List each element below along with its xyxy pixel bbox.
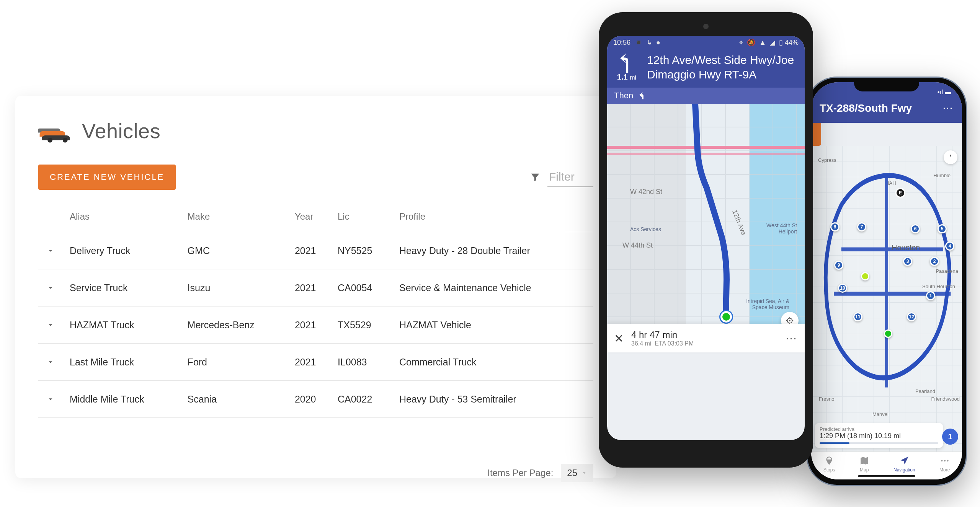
street-label: W 44th St	[622, 241, 653, 249]
page-size-select[interactable]: 25	[561, 464, 593, 482]
filter-icon	[530, 172, 541, 183]
col-make[interactable]: Make	[183, 205, 290, 232]
map-label: Cypress	[818, 157, 836, 163]
nav-more[interactable]: More	[939, 456, 950, 473]
stop-marker[interactable]: 5	[938, 224, 947, 233]
stop-marker[interactable]: 8	[830, 222, 840, 231]
destination-marker[interactable]: E	[895, 188, 905, 198]
map-label: Pearland	[915, 388, 935, 394]
expand-row-button[interactable]	[43, 243, 58, 258]
then-bar[interactable]: Then	[607, 88, 805, 104]
crosshair-icon	[786, 316, 794, 325]
map-icon	[859, 456, 869, 466]
table-row: Last Mile TruckFord2021IL0083Commercial …	[38, 344, 593, 381]
chevron-down-icon	[46, 321, 55, 329]
turn-distance: 1.1 mi	[617, 73, 636, 82]
cell-year: 2021	[290, 344, 333, 381]
map-label: Manvel	[872, 411, 889, 417]
nav-navigation[interactable]: Navigation	[893, 456, 915, 473]
page-title: Vehicles	[82, 119, 160, 143]
stop-marker[interactable]: 1	[926, 291, 935, 300]
houston-map[interactable]: Houston IAH Humble Pasadena South Housto…	[811, 146, 962, 452]
stop-marker[interactable]: 11	[853, 312, 862, 321]
cell-lic: CA0022	[333, 381, 395, 418]
cell-year: 2020	[290, 381, 333, 418]
cell-make: GMC	[183, 232, 290, 269]
filter-input[interactable]	[547, 167, 593, 187]
close-trip-button[interactable]: ✕	[614, 332, 624, 345]
arrival-value: 1:29 PM (18 min) 10.19 mi	[820, 432, 938, 440]
stop-marker[interactable]: 2	[930, 257, 939, 266]
items-per-page-label: Items Per Page:	[487, 468, 553, 478]
svg-point-4	[941, 460, 942, 461]
poi-label: Intrepid Sea, Air & Space Museum	[743, 298, 789, 310]
table-row: HAZMAT TruckMercedes-Benz2021TX5529HAZMA…	[38, 306, 593, 344]
stop-marker[interactable]: 4	[945, 241, 954, 251]
map-label: Pasadena	[936, 268, 958, 274]
col-lic[interactable]: Lic	[333, 205, 395, 232]
current-position-marker	[884, 329, 892, 338]
nav-map[interactable]: Map	[859, 456, 869, 473]
map-label: Fresno	[819, 396, 834, 402]
svg-point-0	[47, 138, 52, 143]
col-alias[interactable]: Alias	[65, 205, 183, 232]
create-vehicle-button[interactable]: CREATE NEW VEHICLE	[38, 165, 176, 190]
svg-point-5	[944, 460, 945, 461]
col-year[interactable]: Year	[290, 205, 333, 232]
start-marker[interactable]	[861, 272, 869, 280]
cell-profile: Service & Maintenance Vehicle	[395, 269, 593, 306]
nav-stops[interactable]: Stops	[823, 456, 835, 473]
ios-nav-header: TX-288/South Fwy ⋮	[811, 98, 962, 123]
expand-row-button[interactable]	[43, 280, 58, 295]
arrival-progress	[820, 442, 938, 444]
city-label: Houston	[892, 243, 920, 252]
nav-header: 1.1 mi 12th Ave/West Side Hwy/Joe Dimagg…	[607, 47, 805, 88]
stop-marker[interactable]: 3	[903, 257, 912, 266]
status-battery: ▯ 44%	[779, 38, 799, 47]
header-more-button[interactable]: ⋮	[942, 103, 962, 113]
ios-home-indicator[interactable]	[858, 475, 915, 477]
chevron-down-icon	[581, 470, 587, 476]
cell-profile: HAZMAT Vehicle	[395, 306, 593, 344]
current-stop-badge[interactable]: 1	[942, 429, 958, 445]
trip-meta: 36.4 mi ETA 03:03 PM	[631, 340, 694, 347]
filter-group	[530, 167, 593, 187]
stops-icon	[824, 456, 834, 466]
cell-alias: Delivery Truck	[65, 232, 183, 269]
stop-marker[interactable]: 7	[857, 222, 866, 231]
cell-profile: Heavy Duty - 53 Semitrailer	[395, 381, 593, 418]
current-road: TX-288/South Fwy	[820, 102, 912, 114]
more-icon	[940, 456, 950, 466]
col-profile[interactable]: Profile	[395, 205, 593, 232]
cell-alias: Last Mile Truck	[65, 344, 183, 381]
stop-marker[interactable]: 6	[911, 224, 920, 233]
svg-point-6	[947, 460, 948, 461]
route-name: 12th Ave/West Side Hwy/Joe Dimaggio Hwy …	[647, 53, 797, 82]
expand-row-button[interactable]	[43, 317, 58, 333]
stop-marker[interactable]: 12	[907, 312, 916, 321]
trip-more-button[interactable]: ⋮	[785, 333, 798, 343]
cell-lic: CA0054	[333, 269, 395, 306]
android-status-bar: 10:56 ◾↳● ⌖🔕▲◢ ▯ 44%	[607, 36, 805, 47]
trip-summary-bar: ✕ 4 hr 47 min 36.4 mi ETA 03:03 PM ⋮	[607, 324, 805, 352]
poi-label: West 44th St Heliport	[759, 222, 797, 235]
current-location-marker	[720, 311, 732, 323]
cell-make: Scania	[183, 381, 290, 418]
cell-year: 2021	[290, 232, 333, 269]
table-row: Delivery TruckGMC2021NY5525Heavy Duty - …	[38, 232, 593, 269]
trip-duration: 4 hr 47 min	[631, 329, 694, 340]
map-viewport[interactable]: W 42nd St W 44th St 12th Ave Acs Service…	[607, 104, 805, 352]
status-time: 10:56	[613, 39, 630, 47]
expand-row-button[interactable]	[43, 391, 58, 407]
expand-row-button[interactable]	[43, 354, 58, 370]
stop-marker[interactable]: 9	[834, 261, 843, 270]
turn-left-small-icon	[639, 91, 647, 100]
compass-button[interactable]	[944, 150, 957, 164]
chevron-down-icon	[46, 358, 55, 366]
cell-make: Ford	[183, 344, 290, 381]
cell-lic: NY5525	[333, 232, 395, 269]
chevron-down-icon	[46, 246, 55, 255]
stop-marker[interactable]: 10	[838, 284, 847, 293]
cell-alias: Service Truck	[65, 269, 183, 306]
arrival-card[interactable]: Predicted arrival 1:29 PM (18 min) 10.19…	[815, 423, 943, 448]
